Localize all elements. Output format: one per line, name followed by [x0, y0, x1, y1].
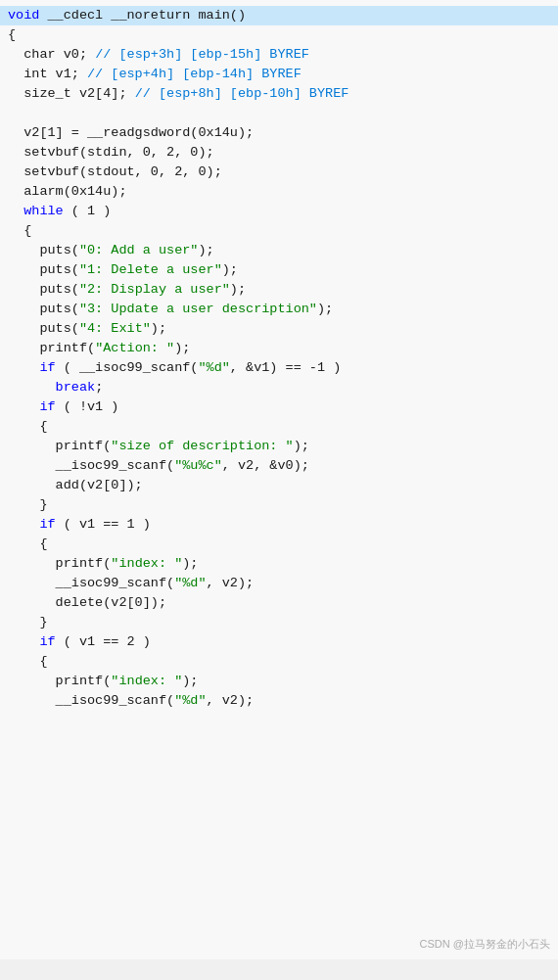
code-line: __isoc99_scanf("%d", v2);	[0, 574, 558, 593]
code-token: "3: Update a user description"	[79, 300, 317, 319]
code-line: break;	[0, 378, 558, 397]
code-token	[8, 515, 39, 535]
code-token: "2: Display a user"	[79, 280, 230, 300]
code-token: , v2);	[207, 574, 255, 593]
code-token: "%u%c"	[174, 456, 222, 476]
code-line: alarm(0x14u);	[0, 182, 558, 202]
code-line: void __cdecl __noreturn main()	[0, 6, 558, 25]
code-token: , v2, &v0);	[222, 456, 309, 476]
code-token: ( __isoc99_scanf(	[56, 358, 199, 378]
code-token: v2[1] = __readgsdword(0x14u);	[8, 123, 254, 143]
code-token: "4: Exit"	[79, 319, 151, 339]
code-line: puts("2: Display a user");	[0, 280, 558, 300]
code-token: while	[23, 202, 64, 221]
code-token: puts(	[8, 300, 79, 319]
code-token: , v2);	[207, 691, 255, 711]
code-token: setvbuf(stdout, 0, 2, 0);	[8, 163, 222, 182]
code-token: puts(	[8, 241, 79, 260]
code-token: );	[294, 437, 309, 456]
code-token: int v1;	[8, 65, 87, 84]
code-token: , &v1) == -1 )	[230, 358, 341, 378]
code-token: __cdecl __noreturn main()	[39, 6, 246, 25]
code-token: // [esp+4h] [ebp-14h] BYREF	[87, 65, 302, 84]
code-token: if	[39, 515, 55, 535]
code-token: {	[8, 417, 48, 437]
code-token: printf(	[8, 437, 111, 456]
code-line: printf("size of description: ");	[0, 437, 558, 456]
code-token: ( v1 == 1 )	[56, 515, 151, 535]
code-line: if ( v1 == 2 )	[0, 632, 558, 652]
code-token	[8, 378, 56, 397]
code-token: size_t v2[4];	[8, 84, 135, 104]
code-token: __isoc99_scanf(	[8, 691, 174, 711]
code-line: __isoc99_scanf("%u%c", v2, &v0);	[0, 456, 558, 476]
code-token: {	[8, 535, 48, 554]
code-token: {	[8, 652, 48, 672]
code-line: v2[1] = __readgsdword(0x14u);	[0, 123, 558, 143]
code-line: int v1; // [esp+4h] [ebp-14h] BYREF	[0, 65, 558, 84]
code-token: );	[151, 319, 166, 339]
code-token: __isoc99_scanf(	[8, 456, 174, 476]
code-line: printf("index: ");	[0, 672, 558, 691]
code-line: setvbuf(stdin, 0, 2, 0);	[0, 143, 558, 163]
code-line: puts("0: Add a user");	[0, 241, 558, 260]
code-token: "1: Delete a user"	[79, 260, 222, 280]
code-token: char v0;	[8, 45, 95, 65]
code-line: printf("index: ");	[0, 554, 558, 574]
code-line	[0, 104, 558, 123]
code-line: if ( __isoc99_scanf("%d", &v1) == -1 )	[0, 358, 558, 378]
code-token: "0: Add a user"	[79, 241, 199, 260]
code-token: ( 1 )	[64, 202, 112, 221]
code-line: if ( v1 == 1 )	[0, 515, 558, 535]
code-token: break	[56, 378, 96, 397]
code-token: {	[8, 25, 16, 45]
code-token: "Action: "	[95, 339, 174, 358]
code-token: ( !v1 )	[56, 397, 119, 417]
code-token: printf(	[8, 672, 111, 691]
code-token: {	[8, 221, 31, 241]
code-token: );	[182, 554, 198, 574]
code-token: // [esp+8h] [ebp-10h] BYREF	[135, 84, 349, 104]
code-line: printf("Action: ");	[0, 339, 558, 358]
code-token: void	[8, 6, 39, 25]
code-token: );	[174, 339, 190, 358]
code-token: "index: "	[111, 672, 182, 691]
code-line: setvbuf(stdout, 0, 2, 0);	[0, 163, 558, 182]
code-token	[8, 632, 39, 652]
code-token: "%d"	[174, 574, 206, 593]
code-token: );	[222, 260, 238, 280]
code-token: "size of description: "	[111, 437, 293, 456]
code-line: puts("1: Delete a user");	[0, 260, 558, 280]
code-line: while ( 1 )	[0, 202, 558, 221]
code-token: "index: "	[111, 554, 182, 574]
code-line: delete(v2[0]);	[0, 593, 558, 613]
code-token: delete(v2[0]);	[8, 593, 166, 613]
code-token	[8, 202, 23, 221]
code-token: }	[8, 495, 48, 515]
code-line: if ( !v1 )	[0, 397, 558, 417]
watermark: CSDN @拉马努金的小石头	[420, 937, 550, 952]
code-token: puts(	[8, 319, 79, 339]
code-token: printf(	[8, 339, 95, 358]
code-token: );	[198, 241, 213, 260]
code-token: );	[182, 672, 198, 691]
code-token: alarm(0x14u);	[8, 182, 127, 202]
code-token: puts(	[8, 260, 79, 280]
code-line: char v0; // [esp+3h] [ebp-15h] BYREF	[0, 45, 558, 65]
code-line: {	[0, 417, 558, 437]
code-token: puts(	[8, 280, 79, 300]
code-line: {	[0, 535, 558, 554]
code-token	[8, 358, 39, 378]
code-token: if	[39, 632, 55, 652]
code-line: {	[0, 221, 558, 241]
code-line: }	[0, 495, 558, 515]
code-token: add(v2[0]);	[8, 476, 143, 495]
code-token: );	[317, 300, 333, 319]
code-token	[8, 397, 39, 417]
code-line: {	[0, 25, 558, 45]
code-line: }	[0, 613, 558, 632]
code-viewer: void __cdecl __noreturn main(){ char v0;…	[0, 0, 558, 959]
code-token: printf(	[8, 554, 111, 574]
code-line: puts("4: Exit");	[0, 319, 558, 339]
code-token: "%d"	[198, 358, 229, 378]
